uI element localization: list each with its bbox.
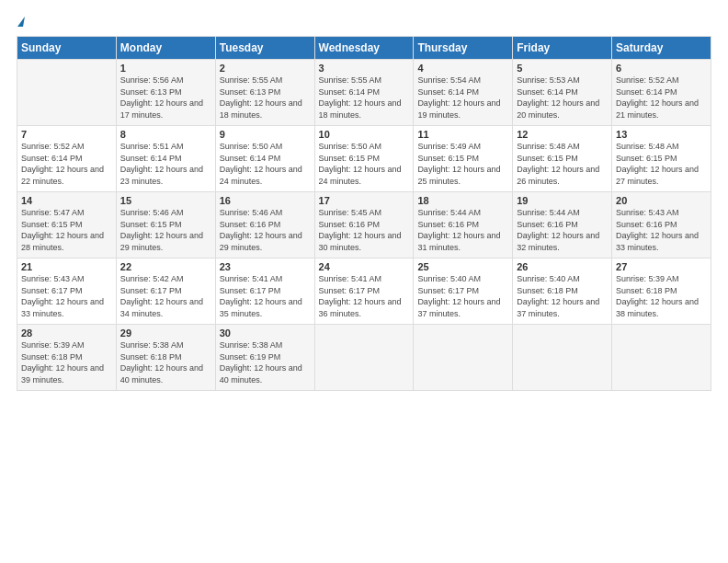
day-info: Sunrise: 5:46 AMSunset: 6:16 PMDaylight:… (220, 207, 311, 253)
day-number: 14 (21, 195, 112, 206)
day-info: Sunrise: 5:55 AMSunset: 6:13 PMDaylight:… (220, 75, 311, 121)
calendar-cell: 5Sunrise: 5:53 AMSunset: 6:14 PMDaylight… (513, 60, 612, 126)
logo (17, 17, 25, 27)
calendar-cell: 15Sunrise: 5:46 AMSunset: 6:15 PMDayligh… (116, 192, 215, 259)
calendar-cell: 3Sunrise: 5:55 AMSunset: 6:14 PMDaylight… (314, 60, 414, 126)
day-number: 6 (616, 63, 707, 74)
weekday-header-saturday: Saturday (612, 37, 711, 60)
calendar-cell: 14Sunrise: 5:47 AMSunset: 6:15 PMDayligh… (17, 192, 117, 259)
day-number: 15 (120, 195, 211, 206)
calendar-cell: 20Sunrise: 5:43 AMSunset: 6:16 PMDayligh… (612, 192, 711, 259)
day-info: Sunrise: 5:46 AMSunset: 6:15 PMDaylight:… (120, 207, 211, 253)
day-info: Sunrise: 5:48 AMSunset: 6:15 PMDaylight:… (517, 141, 608, 187)
calendar-cell: 10Sunrise: 5:50 AMSunset: 6:15 PMDayligh… (314, 126, 414, 192)
weekday-header-sunday: Sunday (17, 37, 117, 60)
calendar-cell (612, 325, 711, 391)
calendar-cell (513, 325, 612, 391)
calendar-cell: 13Sunrise: 5:48 AMSunset: 6:15 PMDayligh… (612, 126, 711, 192)
day-number: 11 (417, 129, 508, 140)
day-info: Sunrise: 5:47 AMSunset: 6:15 PMDaylight:… (21, 207, 112, 253)
calendar-cell: 4Sunrise: 5:54 AMSunset: 6:14 PMDaylight… (414, 60, 513, 126)
day-info: Sunrise: 5:50 AMSunset: 6:14 PMDaylight:… (220, 141, 311, 187)
weekday-header-friday: Friday (513, 37, 612, 60)
calendar-cell: 23Sunrise: 5:41 AMSunset: 6:17 PMDayligh… (215, 259, 314, 325)
day-info: Sunrise: 5:52 AMSunset: 6:14 PMDaylight:… (21, 141, 112, 187)
header (17, 17, 711, 27)
day-info: Sunrise: 5:56 AMSunset: 6:13 PMDaylight:… (120, 75, 211, 121)
day-number: 23 (220, 261, 311, 272)
day-number: 8 (120, 129, 211, 140)
day-number: 29 (120, 327, 211, 339)
calendar-table: SundayMondayTuesdayWednesdayThursdayFrid… (17, 36, 711, 391)
day-info: Sunrise: 5:39 AMSunset: 6:18 PMDaylight:… (21, 339, 112, 385)
calendar-cell: 6Sunrise: 5:52 AMSunset: 6:14 PMDaylight… (612, 60, 711, 126)
calendar-cell: 28Sunrise: 5:39 AMSunset: 6:18 PMDayligh… (17, 325, 117, 391)
day-number: 5 (517, 63, 608, 74)
day-info: Sunrise: 5:55 AMSunset: 6:14 PMDaylight:… (319, 75, 410, 121)
calendar-cell: 1Sunrise: 5:56 AMSunset: 6:13 PMDaylight… (116, 60, 215, 126)
day-number: 22 (120, 261, 211, 272)
calendar-cell: 8Sunrise: 5:51 AMSunset: 6:14 PMDaylight… (116, 126, 215, 192)
weekday-header-monday: Monday (116, 37, 215, 60)
calendar-cell: 29Sunrise: 5:38 AMSunset: 6:18 PMDayligh… (116, 325, 215, 391)
day-info: Sunrise: 5:44 AMSunset: 6:16 PMDaylight:… (417, 207, 508, 253)
day-info: Sunrise: 5:43 AMSunset: 6:17 PMDaylight:… (21, 273, 112, 319)
calendar-cell: 26Sunrise: 5:40 AMSunset: 6:18 PMDayligh… (513, 259, 612, 325)
day-info: Sunrise: 5:53 AMSunset: 6:14 PMDaylight:… (517, 75, 608, 121)
day-info: Sunrise: 5:48 AMSunset: 6:15 PMDaylight:… (616, 141, 707, 187)
day-number: 2 (220, 63, 311, 74)
day-info: Sunrise: 5:51 AMSunset: 6:14 PMDaylight:… (120, 141, 211, 187)
day-number: 18 (417, 195, 508, 206)
main-container: SundayMondayTuesdayWednesdayThursdayFrid… (0, 0, 728, 400)
day-number: 3 (319, 63, 410, 74)
calendar-cell: 7Sunrise: 5:52 AMSunset: 6:14 PMDaylight… (17, 126, 117, 192)
weekday-header-wednesday: Wednesday (314, 37, 414, 60)
day-info: Sunrise: 5:52 AMSunset: 6:14 PMDaylight:… (616, 75, 707, 121)
day-number: 10 (319, 129, 410, 140)
day-info: Sunrise: 5:38 AMSunset: 6:19 PMDaylight:… (220, 339, 311, 385)
calendar-cell (314, 325, 414, 391)
calendar-cell: 27Sunrise: 5:39 AMSunset: 6:18 PMDayligh… (612, 259, 711, 325)
day-info: Sunrise: 5:42 AMSunset: 6:17 PMDaylight:… (120, 273, 211, 319)
day-number: 20 (616, 195, 707, 206)
calendar-cell: 22Sunrise: 5:42 AMSunset: 6:17 PMDayligh… (116, 259, 215, 325)
day-number: 24 (319, 261, 410, 272)
day-number: 16 (220, 195, 311, 206)
calendar-cell (414, 325, 513, 391)
calendar-cell: 17Sunrise: 5:45 AMSunset: 6:16 PMDayligh… (314, 192, 414, 259)
day-info: Sunrise: 5:39 AMSunset: 6:18 PMDaylight:… (616, 273, 707, 319)
weekday-header-tuesday: Tuesday (215, 37, 314, 60)
day-number: 28 (21, 327, 112, 339)
calendar-cell: 2Sunrise: 5:55 AMSunset: 6:13 PMDaylight… (215, 60, 314, 126)
day-number: 19 (517, 195, 608, 206)
day-info: Sunrise: 5:50 AMSunset: 6:15 PMDaylight:… (319, 141, 410, 187)
calendar-cell (17, 60, 117, 126)
weekday-header-thursday: Thursday (414, 37, 513, 60)
day-number: 25 (417, 261, 508, 272)
calendar-cell: 11Sunrise: 5:49 AMSunset: 6:15 PMDayligh… (414, 126, 513, 192)
day-number: 27 (616, 261, 707, 272)
calendar-cell: 12Sunrise: 5:48 AMSunset: 6:15 PMDayligh… (513, 126, 612, 192)
day-number: 26 (517, 261, 608, 272)
day-number: 12 (517, 129, 608, 140)
calendar-cell: 18Sunrise: 5:44 AMSunset: 6:16 PMDayligh… (414, 192, 513, 259)
calendar-cell: 30Sunrise: 5:38 AMSunset: 6:19 PMDayligh… (215, 325, 314, 391)
day-info: Sunrise: 5:44 AMSunset: 6:16 PMDaylight:… (517, 207, 608, 253)
day-number: 9 (220, 129, 311, 140)
day-number: 4 (417, 63, 508, 74)
calendar-cell: 16Sunrise: 5:46 AMSunset: 6:16 PMDayligh… (215, 192, 314, 259)
calendar-cell: 24Sunrise: 5:41 AMSunset: 6:17 PMDayligh… (314, 259, 414, 325)
calendar-cell: 9Sunrise: 5:50 AMSunset: 6:14 PMDaylight… (215, 126, 314, 192)
day-info: Sunrise: 5:38 AMSunset: 6:18 PMDaylight:… (120, 339, 211, 385)
day-number: 21 (21, 261, 112, 272)
day-info: Sunrise: 5:43 AMSunset: 6:16 PMDaylight:… (616, 207, 707, 253)
day-info: Sunrise: 5:45 AMSunset: 6:16 PMDaylight:… (319, 207, 410, 253)
day-info: Sunrise: 5:54 AMSunset: 6:14 PMDaylight:… (417, 75, 508, 121)
calendar-cell: 19Sunrise: 5:44 AMSunset: 6:16 PMDayligh… (513, 192, 612, 259)
day-info: Sunrise: 5:40 AMSunset: 6:17 PMDaylight:… (417, 273, 508, 319)
day-number: 30 (220, 327, 311, 339)
day-number: 13 (616, 129, 707, 140)
day-number: 17 (319, 195, 410, 206)
day-info: Sunrise: 5:40 AMSunset: 6:18 PMDaylight:… (517, 273, 608, 319)
day-number: 1 (120, 63, 211, 74)
